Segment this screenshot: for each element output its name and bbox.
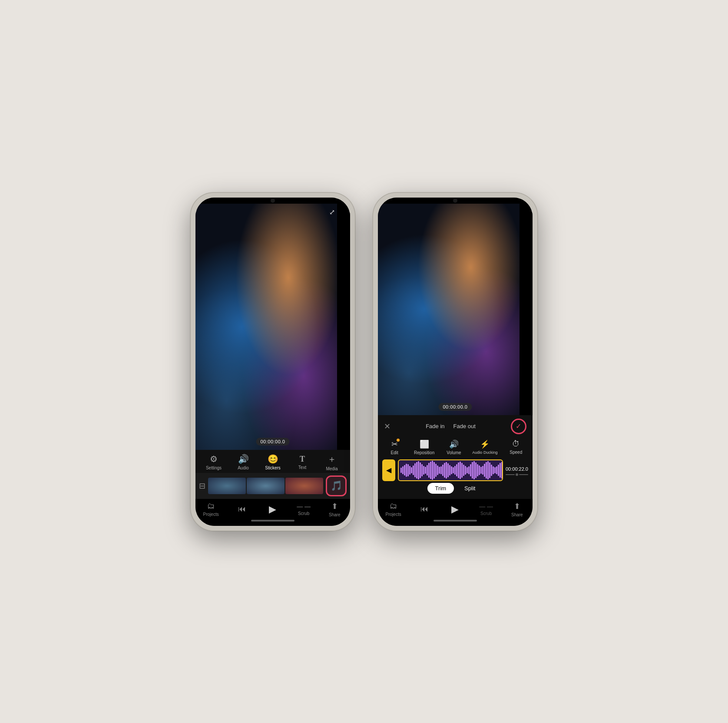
video-black-bar-2 [520, 204, 533, 415]
toolbar-item-settings[interactable]: ⚙ Settings [202, 454, 226, 470]
edit-active-dot [397, 439, 400, 442]
music-note-button[interactable]: 🎵 [326, 475, 347, 496]
toolbar-item-media[interactable]: ＋ Media [320, 453, 344, 471]
panel-close-button[interactable]: ✕ [384, 422, 390, 431]
share-icon: ⬆ [331, 502, 338, 511]
reposition-icon: ⬜ [420, 439, 429, 449]
settings-icon: ⚙ [210, 454, 218, 464]
nav-item-scrub-2[interactable]: — — Scrub [474, 503, 498, 516]
home-indicator-1 [251, 520, 295, 522]
scrub-label: Scrub [298, 511, 309, 516]
video-preview-2: 00:00:00.0 [378, 204, 533, 415]
timeline-area-1: ⊟ 🎵 [195, 473, 350, 499]
text-icon: T [300, 455, 305, 464]
video-preview-1: ⤢ 00:00:00.0 [195, 204, 350, 450]
projects-icon-2: 🗂 [390, 502, 397, 511]
play-icon: ▶ [269, 504, 276, 515]
share-label-2: Share [511, 512, 523, 517]
trim-split-row: Trim Split [382, 481, 528, 496]
media-icon: ＋ [328, 453, 336, 465]
audio-ducking-icon: ⚡ [480, 439, 490, 449]
edit-tool-label-audio-ducking: Audio Ducking [472, 450, 497, 455]
edit-tool-label-volume: Volume [447, 450, 461, 455]
video-black-bar-1 [337, 204, 350, 450]
media-label: Media [326, 466, 338, 471]
nav-row-2: 🗂 Projects ⏮ ▶ — — Scrub ⬆ [378, 502, 533, 517]
toolbar-item-audio[interactable]: 🔊 Audio [232, 454, 255, 470]
panel-header: ✕ Fade in Fade out ✓ [378, 415, 533, 437]
waveform-area: ◀ 00:00:22.0 [378, 458, 533, 499]
timecode-2: 00:00:00.0 [439, 403, 472, 411]
nav-item-skip-back[interactable]: ⏮ [230, 505, 254, 514]
audio-icon: 🔊 [238, 454, 249, 464]
phone-1: ⤢ 00:00:00.0 ⚙ Settings 🔊 Audio 😊 [190, 192, 355, 531]
projects-icon: 🗂 [207, 502, 215, 511]
edit-tool-label-edit: Edit [391, 450, 398, 455]
edit-tool-edit[interactable]: ✂ Edit [383, 439, 406, 455]
skip-back-icon-2: ⏮ [420, 505, 428, 514]
speed-icon: ⏱ [512, 439, 520, 449]
edit-tool-speed[interactable]: ⏱ Speed [505, 439, 527, 455]
bottom-nav-1: 🗂 Projects ⏮ ▶ — — Scrub ⬆ [195, 499, 350, 526]
timeline-icon: ⊟ [199, 481, 205, 491]
phone-2: 00:00:00.0 ✕ Fade in Fade out ✓ ✂ [373, 192, 538, 531]
edit-tool-reposition[interactable]: ⬜ Reposition [413, 439, 436, 455]
phone-1-inner: ⤢ 00:00:00.0 ⚙ Settings 🔊 Audio 😊 [195, 198, 350, 526]
camera-dot [271, 198, 275, 203]
toolbar-item-stickers[interactable]: 😊 Stickers [261, 454, 285, 470]
nav-item-share[interactable]: ⬆ Share [323, 502, 347, 517]
phone-2-top-bar [378, 198, 533, 204]
edit-tool-audio-ducking[interactable]: ⚡ Audio Ducking [472, 439, 497, 455]
play-icon-2: ▶ [451, 504, 459, 515]
volume-icon: 🔊 [449, 439, 459, 449]
timeline-clip-3 [285, 478, 323, 494]
fade-in-button[interactable]: Fade in [426, 423, 444, 429]
nav-item-skip-back-2[interactable]: ⏮ [412, 505, 436, 514]
nav-item-play-2[interactable]: ▶ [443, 504, 467, 515]
waveform-left-icon: ◀ [386, 466, 391, 474]
expand-icon[interactable]: ⤢ [329, 208, 335, 216]
share-label: Share [329, 512, 341, 517]
timeline-clips [208, 478, 323, 494]
home-indicator-2 [433, 520, 477, 522]
timecode-1: 00:00:00.0 [256, 438, 290, 446]
nav-item-projects-2[interactable]: 🗂 Projects [381, 502, 405, 517]
trim-button[interactable]: Trim [427, 483, 454, 494]
edit-tool-volume[interactable]: 🔊 Volume [443, 439, 465, 455]
edit-tools: ✂ Edit ⬜ Reposition 🔊 Volume ⚡ Audio Duc… [378, 437, 533, 458]
fade-out-button[interactable]: Fade out [453, 423, 476, 429]
waveform-track: ◀ 00:00:22.0 [382, 459, 528, 481]
projects-label-2: Projects [386, 512, 401, 517]
confirm-button[interactable]: ✓ [511, 419, 526, 434]
duration-badge: 00:00:22.0 [506, 465, 528, 472]
nav-item-projects[interactable]: 🗂 Projects [199, 502, 223, 517]
nav-item-share-2[interactable]: ⬆ Share [505, 502, 529, 517]
waveform-left-button[interactable]: ◀ [382, 459, 395, 481]
edit-tool-label-reposition: Reposition [414, 450, 434, 455]
nav-item-scrub[interactable]: — — Scrub [292, 503, 316, 516]
edit-tool-label-speed: Speed [510, 450, 522, 455]
stickers-label: Stickers [265, 465, 281, 470]
scissors-icon: ✂ [391, 439, 398, 449]
settings-label: Settings [206, 465, 222, 470]
waveform-bar [398, 459, 503, 481]
scrub-icon: — — [297, 503, 311, 510]
phone-1-top-bar [195, 198, 350, 204]
timeline-clip-1 [208, 478, 246, 494]
stickers-icon: 😊 [268, 454, 278, 464]
nav-item-play[interactable]: ▶ [261, 504, 285, 515]
scrub-icon-2: — — [479, 503, 493, 510]
screenshot-container: ⤢ 00:00:00.0 ⚙ Settings 🔊 Audio 😊 [190, 192, 538, 531]
timeline-clip-2 [247, 478, 285, 494]
toolbar-item-text[interactable]: T Text [291, 455, 314, 470]
waveform-visual [399, 460, 502, 480]
share-icon-2: ⬆ [514, 502, 520, 511]
video-background-1 [195, 204, 350, 450]
toolbar-row-1: ⚙ Settings 🔊 Audio 😊 Stickers T Text [195, 453, 350, 471]
phone-2-inner: 00:00:00.0 ✕ Fade in Fade out ✓ ✂ [378, 198, 533, 526]
confirm-checkmark: ✓ [516, 422, 521, 430]
text-label: Text [298, 465, 306, 470]
skip-back-icon: ⏮ [238, 505, 246, 514]
video-background-2 [378, 204, 533, 415]
split-button[interactable]: Split [457, 483, 483, 494]
